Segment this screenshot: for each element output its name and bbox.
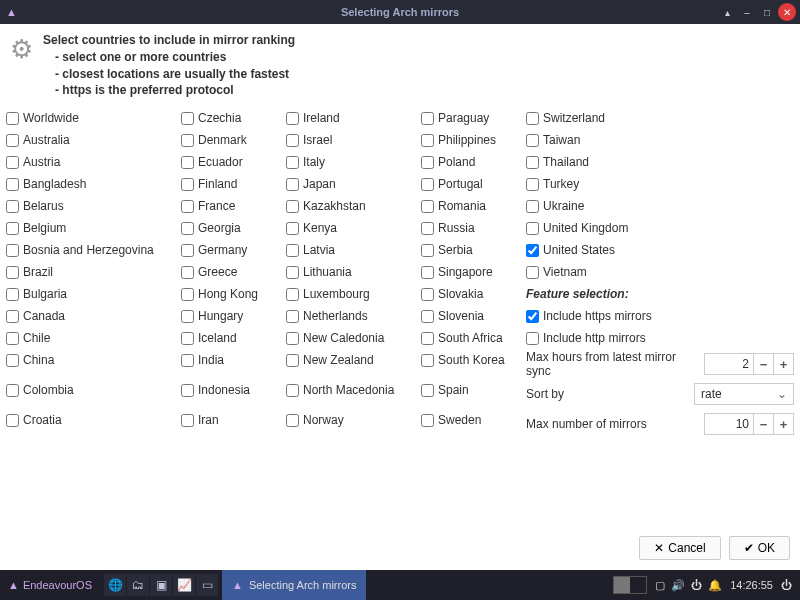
country-kenya[interactable]: Kenya: [286, 221, 421, 235]
country-checkbox[interactable]: [181, 156, 194, 169]
country-checkbox[interactable]: [421, 266, 434, 279]
country-new-caledonia[interactable]: New Caledonia: [286, 331, 421, 345]
country-checkbox[interactable]: [181, 414, 194, 427]
country-checkbox[interactable]: [286, 222, 299, 235]
country-portugal[interactable]: Portugal: [421, 177, 526, 191]
country-netherlands[interactable]: Netherlands: [286, 309, 421, 323]
country-checkbox[interactable]: [6, 354, 19, 367]
country-checkbox[interactable]: [286, 384, 299, 397]
minimize-button[interactable]: –: [738, 3, 756, 21]
country-checkbox[interactable]: [421, 134, 434, 147]
country-checkbox[interactable]: [421, 414, 434, 427]
country-georgia[interactable]: Georgia: [181, 221, 286, 235]
ok-button[interactable]: ✔ OK: [729, 536, 790, 560]
country-checkbox[interactable]: [181, 384, 194, 397]
country-ireland[interactable]: Ireland: [286, 111, 421, 125]
spin-value[interactable]: 10: [705, 414, 753, 434]
country-checkbox[interactable]: [286, 134, 299, 147]
country-slovenia[interactable]: Slovenia: [421, 309, 526, 323]
country-checkbox[interactable]: [181, 332, 194, 345]
country-new-zealand[interactable]: New Zealand: [286, 353, 421, 367]
country-checkbox[interactable]: [6, 414, 19, 427]
spin-value[interactable]: 2: [705, 354, 753, 374]
country-checkbox[interactable]: [181, 200, 194, 213]
country-checkbox[interactable]: [421, 384, 434, 397]
country-checkbox[interactable]: [6, 222, 19, 235]
country-checkbox[interactable]: [6, 200, 19, 213]
country-south-korea[interactable]: South Korea: [421, 353, 526, 367]
country-japan[interactable]: Japan: [286, 177, 421, 191]
feature-checkbox[interactable]: [526, 332, 539, 345]
feature-https[interactable]: Include https mirrors: [526, 309, 794, 323]
country-brazil[interactable]: Brazil: [6, 265, 181, 279]
spin-plus[interactable]: +: [773, 354, 793, 374]
country-checkbox[interactable]: [286, 332, 299, 345]
country-checkbox[interactable]: [421, 244, 434, 257]
country-italy[interactable]: Italy: [286, 155, 421, 169]
country-checkbox[interactable]: [421, 200, 434, 213]
country-philippines[interactable]: Philippines: [421, 133, 526, 147]
country-checkbox[interactable]: [181, 288, 194, 301]
country-hong-kong[interactable]: Hong Kong: [181, 287, 286, 301]
country-latvia[interactable]: Latvia: [286, 243, 421, 257]
country-croatia[interactable]: Croatia: [6, 413, 181, 427]
country-colombia[interactable]: Colombia: [6, 383, 181, 397]
country-checkbox[interactable]: [286, 244, 299, 257]
cancel-button[interactable]: ✕ Cancel: [639, 536, 720, 560]
tray-notify-icon[interactable]: 🔔: [708, 579, 722, 592]
country-checkbox[interactable]: [6, 310, 19, 323]
clock[interactable]: 14:26:55: [730, 579, 773, 591]
country-checkbox[interactable]: [421, 222, 434, 235]
monitor-icon[interactable]: 📈: [173, 574, 195, 596]
country-checkbox[interactable]: [286, 112, 299, 125]
country-australia[interactable]: Australia: [6, 133, 181, 147]
country-denmark[interactable]: Denmark: [181, 133, 286, 147]
country-romania[interactable]: Romania: [421, 199, 526, 213]
country-paraguay[interactable]: Paraguay: [421, 111, 526, 125]
spin-minus[interactable]: −: [753, 414, 773, 434]
country-kazakhstan[interactable]: Kazakhstan: [286, 199, 421, 213]
country-checkbox[interactable]: [526, 112, 539, 125]
stay-on-top-button[interactable]: ▴: [718, 3, 736, 21]
country-checkbox[interactable]: [526, 200, 539, 213]
tray-power-icon[interactable]: ⏻: [781, 579, 792, 591]
country-checkbox[interactable]: [526, 244, 539, 257]
sortby-combo[interactable]: rate: [694, 383, 794, 405]
country-checkbox[interactable]: [286, 200, 299, 213]
country-belgium[interactable]: Belgium: [6, 221, 181, 235]
country-iceland[interactable]: Iceland: [181, 331, 286, 345]
country-checkbox[interactable]: [6, 332, 19, 345]
country-bulgaria[interactable]: Bulgaria: [6, 287, 181, 301]
spin-minus[interactable]: −: [753, 354, 773, 374]
country-greece[interactable]: Greece: [181, 265, 286, 279]
spinbox[interactable]: 2−+: [704, 353, 794, 375]
country-belarus[interactable]: Belarus: [6, 199, 181, 213]
country-finland[interactable]: Finland: [181, 177, 286, 191]
country-checkbox[interactable]: [286, 288, 299, 301]
country-checkbox[interactable]: [526, 222, 539, 235]
country-hungary[interactable]: Hungary: [181, 309, 286, 323]
taskbar-task[interactable]: ▲ Selecting Arch mirrors: [222, 570, 366, 600]
country-thailand[interactable]: Thailand: [526, 155, 794, 169]
country-checkbox[interactable]: [286, 178, 299, 191]
country-checkbox[interactable]: [6, 266, 19, 279]
country-slovakia[interactable]: Slovakia: [421, 287, 526, 301]
country-checkbox[interactable]: [421, 354, 434, 367]
tray-volume-icon[interactable]: 🔊: [671, 579, 685, 592]
country-checkbox[interactable]: [421, 112, 434, 125]
maximize-button[interactable]: □: [758, 3, 776, 21]
country-chile[interactable]: Chile: [6, 331, 181, 345]
country-czechia[interactable]: Czechia: [181, 111, 286, 125]
country-ecuador[interactable]: Ecuador: [181, 155, 286, 169]
country-bangladesh[interactable]: Bangladesh: [6, 177, 181, 191]
spin-plus[interactable]: +: [773, 414, 793, 434]
country-checkbox[interactable]: [526, 156, 539, 169]
country-checkbox[interactable]: [286, 414, 299, 427]
spinbox[interactable]: 10−+: [704, 413, 794, 435]
country-checkbox[interactable]: [421, 288, 434, 301]
country-india[interactable]: India: [181, 353, 286, 367]
show-desktop-icon[interactable]: ▭: [196, 574, 218, 596]
country-checkbox[interactable]: [6, 134, 19, 147]
country-sweden[interactable]: Sweden: [421, 413, 526, 427]
tray-display-icon[interactable]: ▢: [655, 579, 665, 592]
